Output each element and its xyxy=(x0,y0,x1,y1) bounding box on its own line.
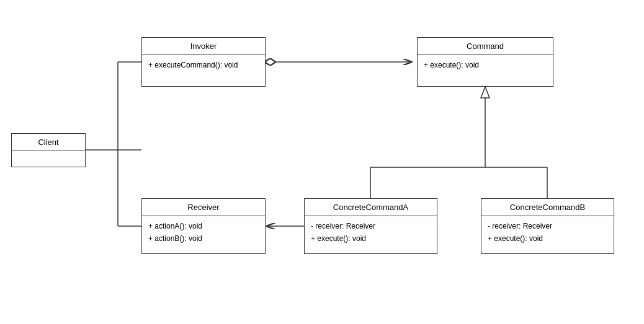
command-box: Command + execute(): void xyxy=(417,37,553,87)
invoker-box: Invoker + executeCommand(): void xyxy=(141,37,266,87)
receiver-box: Receiver + actionA(): void+ actionB(): v… xyxy=(141,198,266,254)
receiver-title: Receiver xyxy=(142,199,265,216)
client-title: Client xyxy=(12,134,85,151)
concrete-command-a-title: ConcreteCommandA xyxy=(305,199,437,216)
invoker-body: + executeCommand(): void xyxy=(142,55,265,75)
client-box: Client xyxy=(11,133,86,167)
receiver-body: + actionA(): void+ actionB(): void xyxy=(142,216,265,249)
concrete-command-b-title: ConcreteCommandB xyxy=(481,199,614,216)
command-title: Command xyxy=(418,38,553,55)
concrete-command-a-body: - receiver: Receiver+ execute(): void xyxy=(305,216,437,249)
concrete-command-a-box: ConcreteCommandA - receiver: Receiver+ e… xyxy=(304,198,437,254)
concrete-command-b-body: - receiver: Receiver+ execute(): void xyxy=(481,216,614,249)
command-body: + execute(): void xyxy=(418,55,553,75)
invoker-title: Invoker xyxy=(142,38,265,55)
concrete-command-b-box: ConcreteCommandB - receiver: Receiver+ e… xyxy=(481,198,614,254)
diagram-container: Client Invoker + executeCommand(): void … xyxy=(0,0,644,324)
svg-marker-12 xyxy=(481,87,490,98)
